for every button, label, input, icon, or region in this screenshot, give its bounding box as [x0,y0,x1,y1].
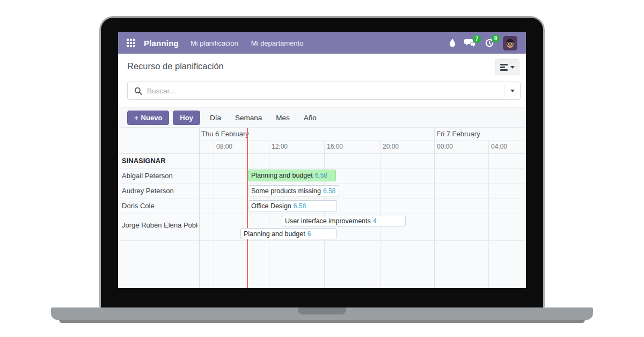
day-header-underline [199,140,526,141]
main-menu: Mi planificación Mi departamento [191,39,303,47]
search-icon [134,87,142,95]
search-input-wrapper [127,82,521,100]
breadcrumb-bar: Recurso de planificación [118,54,526,79]
activity-count-badge: 9 [492,34,500,42]
gantt-view-icon [500,64,508,71]
hour-tick: 16:00 [327,140,343,153]
new-button-label: Nuevo [141,114,163,122]
messages-icon[interactable]: 7 [464,38,476,48]
row-label: Jorge Rubén Elena Poblet [122,214,198,240]
today-button[interactable]: Hoy [173,111,200,125]
gantt-task-bar[interactable]: Some products missing 6.58 [248,185,339,196]
laptop-base-shadow [59,320,585,323]
chevron-down-icon [510,66,515,69]
hour-tick: 08:00 [216,140,232,153]
app-name[interactable]: Planning [144,39,179,48]
row-label-unassigned: SINASIGNAR [122,153,198,168]
gridline-20 [380,140,380,288]
scale-day[interactable]: Día [210,114,221,122]
task-label: Some products missing [251,187,321,195]
gantt-task-bar[interactable]: Planning and budget 6.58 [248,170,336,181]
navbar: Planning Mi planificación Mi departament… [118,32,526,54]
gantt-task-bar[interactable]: User interface improvements 4 [282,216,406,226]
laptop-mockup: Planning Mi planificación Mi departament… [0,0,644,337]
day-header-fri: Fri 7 February [436,128,480,140]
row-line [118,240,526,241]
gridline-04 [488,140,489,288]
gantt-task-bar[interactable]: Planning and budget 6 [240,228,336,239]
hour-tick: 04:00 [491,140,507,153]
gantt-chart: Thu 6 February Fri 7 February 08:00 12:0… [118,128,526,288]
user-avatar[interactable] [503,36,517,50]
app-window: Planning Mi planificación Mi departament… [118,32,526,288]
gantt-task-bar[interactable]: Office Design 6.58 [248,200,337,211]
view-switcher-button[interactable] [495,59,519,75]
search-dropdown-toggle[interactable] [504,85,520,97]
activity-clock-icon[interactable]: 9 [484,38,495,48]
search-bar-row [118,79,526,107]
scale-week[interactable]: Semana [235,114,262,122]
task-label: Planning and budget [244,230,305,238]
row-label: Abigail Peterson [122,168,198,184]
hour-tick: 12:00 [272,140,288,153]
task-hours: 6.58 [323,187,335,195]
plus-icon: + [134,114,138,122]
messages-count-badge: 7 [473,35,481,43]
new-button[interactable]: + Nuevo [127,111,169,125]
task-label: Planning and budget [251,172,313,179]
hour-tick: 20:00 [383,140,399,153]
droplet-icon[interactable] [449,38,456,48]
row-label: Doris Cole [122,199,198,214]
gridline-08 [214,140,214,288]
scale-year[interactable]: Año [304,114,317,122]
task-label: Office Design [251,202,291,210]
day-divider-line [434,128,435,288]
chevron-down-icon [510,90,515,92]
navbar-systray: 7 9 [449,36,517,50]
nav-item-mi-planificacion[interactable]: Mi planificación [191,39,238,47]
task-hours: 6 [308,230,311,238]
task-hours: 4 [373,217,377,225]
task-hours: 6.58 [315,172,327,179]
gantt-control-bar: + Nuevo Hoy Día Semana Mes Año [118,107,526,128]
gridline-16 [324,140,325,288]
task-label: User interface improvements [285,217,371,225]
row-label: Audrey Peterson [122,184,198,199]
gridline-12 [269,140,269,288]
hour-tick: 00:00 [437,140,453,153]
apps-menu-icon[interactable] [127,39,135,47]
row-label-column-divider [199,128,200,288]
search-input[interactable] [147,82,504,99]
laptop-base-notch [298,307,346,314]
page-title: Recurso de planificación [127,61,224,71]
day-header-thu: Thu 6 February [201,128,249,140]
laptop-base [51,307,593,320]
nav-item-mi-departamento[interactable]: Mi departamento [251,39,304,47]
scale-selector: Día Semana Mes Año [210,114,317,122]
task-hours: 6.58 [294,202,306,210]
scale-month[interactable]: Mes [276,114,290,122]
